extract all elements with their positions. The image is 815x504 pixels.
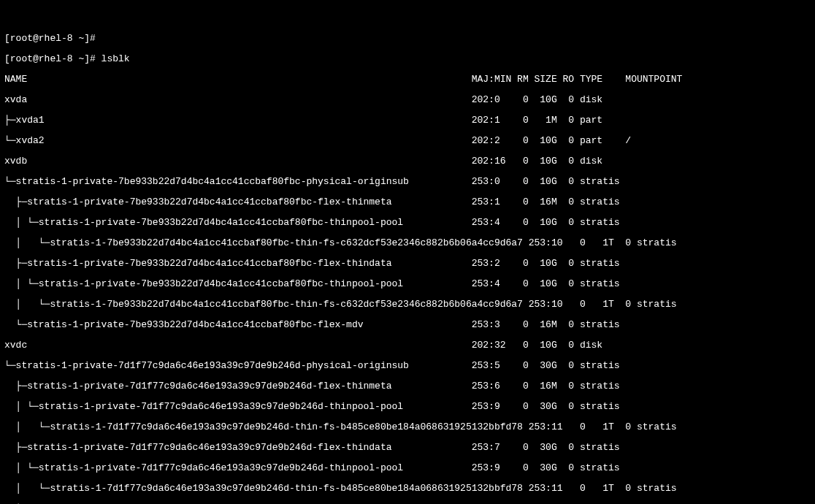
output-line: xvdb 202:16 0 10G 0 disk xyxy=(4,156,811,167)
prompt-line[interactable]: [root@rhel-8 ~]# xyxy=(4,34,811,44)
output-line: ├─stratis-1-private-7d1f77c9da6c46e193a3… xyxy=(4,381,811,392)
output-line: xvda 202:0 0 10G 0 disk xyxy=(4,95,811,105)
output-line: │ └─stratis-1-7be933b22d7d4bc4a1cc41ccba… xyxy=(4,299,811,310)
output-line: xvdc 202:32 0 10G 0 disk xyxy=(4,340,811,351)
output-line: │ └─stratis-1-private-7be933b22d7d4bc4a1… xyxy=(4,218,811,228)
output-line: └─xvda2 202:2 0 10G 0 part / xyxy=(4,136,811,146)
output-line: ├─xvda1 202:1 0 1M 0 part xyxy=(4,115,811,126)
output-line: │ └─stratis-1-private-7be933b22d7d4bc4a1… xyxy=(4,279,811,289)
header-line: NAME MAJ:MIN RM SIZE RO TYPE MOUNTPOINT xyxy=(4,75,811,85)
terminal-output: [root@rhel-8 ~]# [root@rhel-8 ~]# lsblk … xyxy=(0,20,815,504)
output-line: │ └─stratis-1-7d1f77c9da6c46e193a39c97de… xyxy=(4,422,811,432)
output-line: │ └─stratis-1-7be933b22d7d4bc4a1cc41ccba… xyxy=(4,238,811,248)
output-line: └─stratis-1-private-7d1f77c9da6c46e193a3… xyxy=(4,361,811,371)
output-line: │ └─stratis-1-7d1f77c9da6c46e193a39c97de… xyxy=(4,484,811,494)
output-line: │ └─stratis-1-private-7d1f77c9da6c46e193… xyxy=(4,402,811,412)
output-line: ├─stratis-1-private-7be933b22d7d4bc4a1cc… xyxy=(4,197,811,207)
output-line: ├─stratis-1-private-7be933b22d7d4bc4a1cc… xyxy=(4,259,811,269)
output-line: │ └─stratis-1-private-7d1f77c9da6c46e193… xyxy=(4,463,811,473)
output-line: └─stratis-1-private-7be933b22d7d4bc4a1cc… xyxy=(4,177,811,187)
output-line: └─stratis-1-private-7be933b22d7d4bc4a1cc… xyxy=(4,320,811,330)
output-line: ├─stratis-1-private-7d1f77c9da6c46e193a3… xyxy=(4,443,811,453)
command-line[interactable]: [root@rhel-8 ~]# lsblk xyxy=(4,54,811,64)
